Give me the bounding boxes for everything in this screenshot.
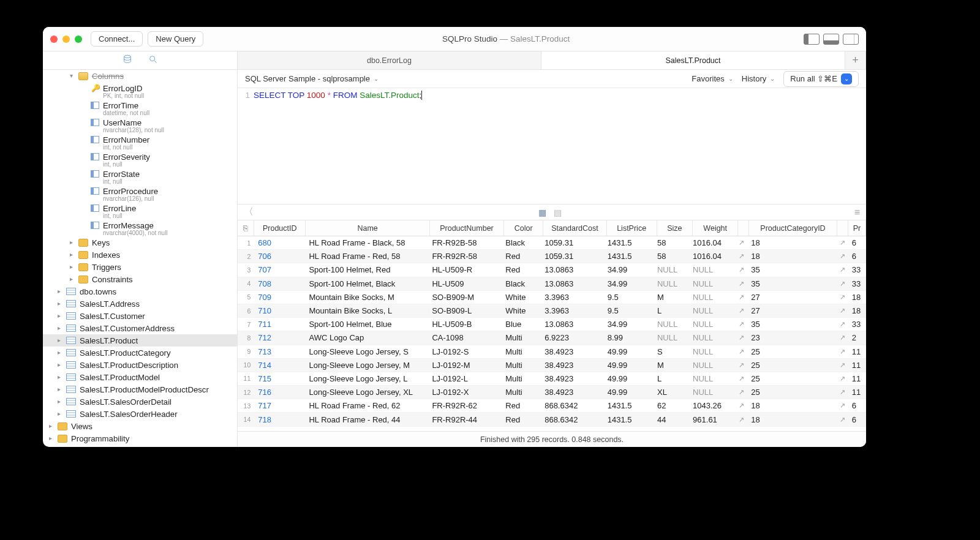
cell-size[interactable]: NULL bbox=[654, 279, 689, 288]
cell-productid[interactable]: 680 bbox=[254, 238, 305, 247]
new-query-button[interactable]: New Query bbox=[148, 31, 203, 47]
cell-size[interactable]: NULL bbox=[654, 265, 689, 274]
back-icon[interactable]: 〈 bbox=[244, 206, 254, 219]
cell-listprice[interactable]: 49.99 bbox=[604, 347, 654, 356]
link-icon[interactable]: ↗ bbox=[835, 293, 846, 301]
column-header[interactable]: Size bbox=[657, 220, 693, 236]
cell-extra[interactable]: 33 bbox=[848, 320, 866, 329]
link-icon[interactable]: ↗ bbox=[835, 320, 846, 328]
cell-weight[interactable]: 961.61 bbox=[689, 415, 734, 424]
table-item[interactable]: SalesLT.Customer bbox=[43, 310, 237, 322]
cell-name[interactable]: HL Road Frame - Red, 62 bbox=[305, 401, 428, 410]
cell-extra[interactable]: 11 bbox=[848, 347, 866, 356]
cell-listprice[interactable]: 1431.5 bbox=[604, 238, 654, 247]
cell-color[interactable]: Black bbox=[502, 238, 541, 247]
cell-productcategoryid[interactable]: 18 bbox=[747, 252, 835, 261]
link-icon[interactable]: ↗ bbox=[734, 239, 745, 247]
cell-color[interactable]: Multi bbox=[502, 361, 541, 370]
cell-productnumber[interactable]: SO-B909-M bbox=[428, 293, 502, 302]
database-selector[interactable]: SQL Server Sample - sqlprosample bbox=[245, 74, 370, 83]
cell-weight[interactable]: NULL bbox=[689, 333, 734, 342]
cell-name[interactable]: HL Road Frame - Red, 44 bbox=[305, 415, 428, 424]
zoom-icon[interactable] bbox=[75, 36, 82, 43]
cell-size[interactable]: S bbox=[654, 347, 689, 356]
cell-extra[interactable]: 18 bbox=[848, 293, 866, 302]
cell-productnumber[interactable]: FR-R92R-44 bbox=[428, 415, 502, 424]
cell-productid[interactable]: 711 bbox=[254, 320, 305, 329]
cell-productnumber[interactable]: CA-1098 bbox=[428, 333, 502, 342]
table-row[interactable]: 2 706 HL Road Frame - Red, 58 FR-R92R-58… bbox=[238, 250, 866, 263]
folder-item[interactable]: Federations bbox=[43, 444, 237, 447]
cell-listprice[interactable]: 49.99 bbox=[604, 361, 654, 370]
cell-productnumber[interactable]: HL-U509-R bbox=[428, 265, 502, 274]
table-item[interactable]: SalesLT.Product bbox=[43, 334, 237, 347]
cell-productid[interactable]: 715 bbox=[254, 374, 305, 383]
tab-errorlog[interactable]: dbo.ErrorLog bbox=[238, 51, 541, 69]
cell-name[interactable]: Long-Sleeve Logo Jersey, L bbox=[305, 374, 428, 383]
cell-weight[interactable]: 1016.04 bbox=[689, 238, 734, 247]
cell-name[interactable]: Sport-100 Helmet, Black bbox=[305, 279, 428, 288]
table-row[interactable]: 1 680 HL Road Frame - Black, 58 FR-R92B-… bbox=[238, 236, 866, 250]
folder-item[interactable]: Views bbox=[43, 420, 237, 432]
cell-standardcost[interactable]: 13.0863 bbox=[541, 320, 604, 329]
column-header[interactable]: Pr bbox=[848, 220, 866, 236]
table-row[interactable]: 6 710 Mountain Bike Socks, L ▼SO-B909-L … bbox=[238, 304, 866, 318]
cell-productid[interactable]: 716 bbox=[254, 388, 305, 397]
column-header[interactable]: ⎘ bbox=[238, 220, 254, 236]
cell-extra[interactable]: 2 bbox=[848, 333, 866, 342]
link-icon[interactable]: ↗ bbox=[734, 402, 745, 410]
cell-weight[interactable]: NULL bbox=[689, 361, 734, 370]
cell-productid[interactable]: 717 bbox=[254, 401, 305, 410]
panel-left-icon[interactable] bbox=[804, 34, 820, 45]
cell-name[interactable]: Long-Sleeve Logo Jersey, M bbox=[305, 361, 428, 370]
link-icon[interactable]: ↗ bbox=[734, 416, 745, 424]
cell-size[interactable]: M bbox=[654, 361, 689, 370]
column-header[interactable]: ProductNumber bbox=[430, 220, 504, 236]
cell-standardcost[interactable]: 38.4923 bbox=[541, 388, 604, 397]
connect-button[interactable]: Connect... bbox=[91, 31, 143, 47]
cell-productid[interactable]: 708 bbox=[254, 279, 305, 288]
cell-weight[interactable]: 1016.04 bbox=[689, 252, 734, 261]
column-item[interactable]: ErrorLine bbox=[43, 202, 237, 214]
close-icon[interactable] bbox=[50, 36, 58, 43]
link-icon[interactable]: ↗ bbox=[734, 375, 745, 383]
folder-item[interactable]: Indexes bbox=[43, 249, 237, 261]
panel-right-icon[interactable] bbox=[843, 34, 859, 45]
column-header[interactable]: Weight bbox=[693, 220, 738, 236]
cell-name[interactable]: AWC Logo Cap bbox=[305, 333, 428, 342]
link-icon[interactable]: ↗ bbox=[734, 252, 745, 260]
cell-productnumber[interactable]: FR-R92R-62 bbox=[428, 401, 502, 410]
menu-icon[interactable]: ≡ bbox=[854, 207, 860, 218]
cell-productid[interactable]: 714 bbox=[254, 361, 305, 370]
folder-item[interactable]: Programmability bbox=[43, 432, 237, 444]
cell-listprice[interactable]: 1431.5 bbox=[604, 401, 654, 410]
column-header[interactable]: ListPrice bbox=[607, 220, 657, 236]
table-row[interactable]: 11 715 Long-Sleeve Logo Jersey, L LJ-019… bbox=[238, 372, 866, 386]
column-header[interactable]: Name bbox=[306, 220, 430, 236]
link-icon[interactable]: ↗ bbox=[734, 280, 745, 288]
cell-standardcost[interactable]: 38.4923 bbox=[541, 361, 604, 370]
cell-size[interactable]: L bbox=[654, 374, 689, 383]
cell-color[interactable]: Multi bbox=[502, 333, 541, 342]
link-icon[interactable]: ↗ bbox=[835, 388, 846, 396]
cell-productnumber[interactable]: LJ-0192-X bbox=[428, 388, 502, 397]
cell-productid[interactable]: 713 bbox=[254, 347, 305, 356]
link-icon[interactable]: ↗ bbox=[835, 307, 846, 315]
column-header[interactable] bbox=[837, 220, 848, 236]
link-icon[interactable]: ↗ bbox=[835, 416, 846, 424]
cell-color[interactable]: Blue bbox=[502, 320, 541, 329]
cell-extra[interactable]: 18 bbox=[848, 306, 866, 315]
link-icon[interactable]: ↗ bbox=[835, 334, 846, 342]
export-icon[interactable]: ⎘ bbox=[243, 224, 248, 233]
cell-color[interactable]: Multi bbox=[502, 347, 541, 356]
cell-productnumber[interactable]: LJ-0192-L bbox=[428, 374, 502, 383]
link-icon[interactable]: ↗ bbox=[734, 266, 745, 274]
schema-tree[interactable]: Columns🔑ErrorLogIDPK, int, not nullError… bbox=[43, 70, 237, 447]
cell-productnumber[interactable]: FR-R92B-58 bbox=[428, 238, 502, 247]
run-all-button[interactable]: Run all ⇧⌘E ⌄ bbox=[783, 71, 859, 87]
link-icon[interactable]: ↗ bbox=[734, 320, 745, 328]
cell-color[interactable]: White bbox=[502, 293, 541, 302]
cell-productnumber[interactable]: FR-R92R-58 bbox=[428, 252, 502, 261]
cell-standardcost[interactable]: 1059.31 bbox=[541, 238, 604, 247]
table-item[interactable]: SalesLT.ProductCategory bbox=[43, 347, 237, 359]
